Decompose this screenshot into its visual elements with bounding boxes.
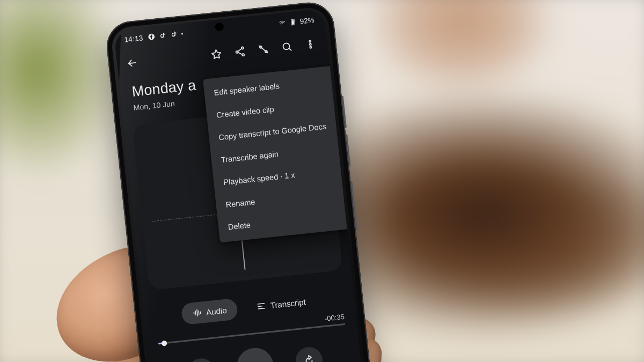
star-button[interactable]	[203, 41, 229, 67]
rewind-button[interactable]	[187, 357, 216, 362]
notification-dot	[181, 33, 183, 34]
tab-transcript-label: Transcript	[270, 297, 306, 310]
play-button[interactable]	[235, 346, 275, 362]
battery-percent: 92%	[299, 16, 314, 25]
crop-button[interactable]	[251, 36, 276, 62]
overflow-button[interactable]	[297, 32, 323, 57]
svg-point-9	[309, 40, 311, 42]
svg-point-11	[310, 46, 311, 48]
wifi-icon	[278, 19, 286, 27]
tiktok-icon	[159, 32, 167, 40]
seek-thumb[interactable]	[161, 340, 167, 346]
view-tabs: Audio Transcript	[143, 286, 355, 329]
screen: 14:13 92%	[114, 9, 371, 362]
search-button[interactable]	[274, 34, 299, 60]
back-button[interactable]	[119, 50, 145, 76]
status-time: 14:13	[124, 34, 144, 44]
svg-rect-1	[291, 20, 294, 25]
tiktok-icon-2	[170, 30, 178, 38]
share-button[interactable]	[227, 39, 253, 64]
svg-point-10	[310, 43, 311, 45]
time-remaining: -00:35	[324, 313, 345, 323]
tab-transcript[interactable]: Transcript	[245, 290, 318, 319]
forward-button[interactable]	[294, 346, 324, 362]
tab-audio-label: Audio	[206, 305, 227, 316]
photo-scene: 14:13 92%	[0, 0, 644, 362]
battery-icon	[289, 18, 297, 26]
overflow-menu: Edit speaker labels Create video clip Co…	[203, 65, 352, 242]
facebook-icon	[148, 33, 156, 41]
tab-audio[interactable]: Audio	[180, 298, 238, 326]
